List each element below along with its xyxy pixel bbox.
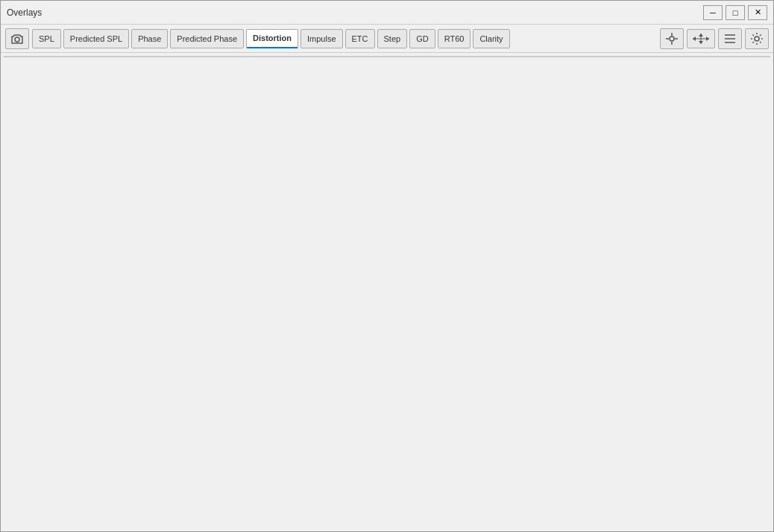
tab-clarity[interactable]: Clarity (473, 29, 509, 48)
svg-point-1 (670, 37, 674, 41)
camera-icon (10, 32, 24, 45)
title-bar: Overlays ─ □ ✕ (1, 1, 773, 25)
camera-icon-button[interactable] (5, 28, 29, 49)
toolbar: SPLPredicted SPLPhasePredicted PhaseDist… (1, 25, 773, 53)
tab-predicted-phase[interactable]: Predicted Phase (170, 29, 244, 48)
main-window: Overlays ─ □ ✕ SPLPredicted SPLPhasePred… (0, 0, 774, 532)
move-icon-button[interactable] (687, 29, 715, 48)
close-button[interactable]: ✕ (748, 5, 767, 20)
window-controls: ─ □ ✕ (703, 5, 767, 20)
tab-step[interactable]: Step (377, 29, 408, 48)
tab-spl[interactable]: SPL (32, 29, 61, 48)
window-title: Overlays (7, 7, 703, 18)
tab-rt60[interactable]: RT60 (438, 29, 471, 48)
move-icon (690, 31, 711, 46)
svg-point-0 (15, 37, 19, 42)
tab-container: SPLPredicted SPLPhasePredicted PhaseDist… (32, 29, 510, 48)
settings-icon-button[interactable] (745, 28, 769, 49)
chart-area[interactable]: % 100 50 20 10 5 2 1 0.5 0.1 0.05 (4, 56, 770, 57)
chart-container: % 100 50 20 10 5 2 1 0.5 0.1 0.05 (1, 53, 773, 531)
tab-distortion[interactable]: Distortion (246, 29, 298, 48)
list-icon-button[interactable] (718, 28, 742, 49)
legend: ✓ 1: FR SUB 1.59 % ✓ 2: RR SUB 31.2 % (4, 56, 770, 57)
arrows-icon (664, 31, 679, 46)
toolbar-right (660, 28, 769, 49)
tab-gd[interactable]: GD (409, 29, 435, 48)
tab-phase[interactable]: Phase (131, 29, 168, 48)
tab-etc[interactable]: ETC (345, 29, 375, 48)
list-icon (723, 32, 737, 45)
maximize-button[interactable]: □ (726, 5, 745, 20)
gear-icon (750, 32, 764, 45)
arrows-icon-button[interactable] (660, 28, 684, 49)
svg-point-7 (755, 37, 759, 41)
minimize-button[interactable]: ─ (703, 5, 723, 20)
tab-impulse[interactable]: Impulse (301, 29, 343, 48)
tab-predicted-spl[interactable]: Predicted SPL (63, 29, 129, 48)
